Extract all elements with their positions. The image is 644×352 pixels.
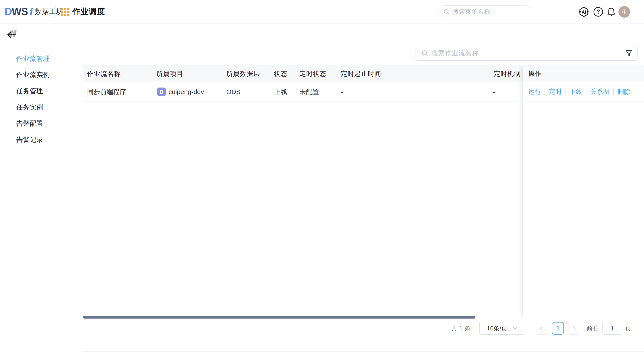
total-count-label: 共 1 条 — [451, 324, 471, 332]
logo-product-name: 数据工坊 — [34, 7, 64, 16]
menu-search-placeholder: 搜索菜单名称 — [453, 8, 490, 16]
goto-page-input[interactable]: 1 — [602, 322, 622, 334]
col-header-mechanism: 定时机制 — [494, 65, 521, 82]
project-cell: D cuipeng-dev — [157, 82, 204, 102]
workflow-search-input[interactable]: 搜索作业流名称 — [416, 46, 638, 60]
svg-text:AI: AI — [582, 10, 586, 15]
col-header-status: 状态 — [274, 65, 288, 82]
next-section-edge — [83, 351, 644, 352]
col-header-data-layer: 所属数据层 — [226, 65, 260, 82]
delete-action-link[interactable]: 删除 — [617, 87, 630, 96]
status-badge: 上线 — [274, 82, 287, 102]
project-name: cuipeng-dev — [168, 88, 204, 96]
action-separator — [545, 88, 545, 95]
menu-search-input[interactable]: 搜索菜单名称 — [438, 5, 532, 18]
search-icon — [444, 8, 450, 15]
mechanism-cell: - — [493, 82, 495, 102]
funnel-icon — [625, 49, 633, 57]
sidebar-item-workflow-management[interactable]: 作业流管理 — [16, 54, 50, 64]
action-separator — [586, 88, 586, 95]
row-actions: 运行 定时 下线 关系图 删除 — [523, 82, 644, 102]
header-divider — [55, 6, 56, 18]
data-layer-cell: ODS — [226, 82, 240, 102]
workflow-name-link[interactable]: 同步前端程序 — [87, 82, 126, 102]
col-header-workflow-name: 作业流名称 — [87, 65, 121, 82]
sidebar-item-alert-config[interactable]: 告警配置 — [16, 119, 43, 128]
offline-action-link[interactable]: 下线 — [570, 87, 582, 96]
page-unit-label: 页 — [625, 324, 632, 332]
help-button[interactable]: ? — [592, 6, 604, 18]
col-header-timer-range: 定时起止时间 — [341, 65, 381, 82]
question-circle-icon: ? — [593, 6, 604, 17]
back-arrow-icon — [5, 26, 19, 40]
col-header-project: 所属项目 — [156, 65, 184, 82]
goto-label: 前往 — [587, 324, 599, 332]
workflow-search-placeholder: 搜索作业流名称 — [432, 49, 625, 58]
col-header-timer-status: 定时状态 — [300, 65, 326, 82]
ai-assistant-button[interactable]: AI — [578, 6, 590, 18]
col-header-actions: 操作 — [523, 65, 644, 82]
ai-hexagon-icon: AI — [578, 6, 590, 18]
logo-letter-d: D — [5, 6, 12, 18]
action-separator — [566, 88, 566, 95]
run-action-link[interactable]: 运行 — [528, 87, 541, 96]
chevron-right-icon — [572, 326, 577, 331]
collapse-back-button[interactable] — [5, 26, 19, 40]
page-size-select[interactable]: 10条/页 — [480, 322, 525, 334]
notifications-button[interactable] — [606, 6, 617, 18]
chevron-left-icon — [539, 326, 544, 331]
project-badge: D — [157, 88, 166, 96]
search-icon — [421, 50, 428, 57]
bell-icon — [606, 6, 616, 17]
chevron-down-icon — [512, 326, 518, 331]
sidebar-item-workflow-instance[interactable]: 作业流实例 — [16, 70, 50, 80]
page-size-value: 10条/页 — [487, 324, 507, 332]
svg-text:?: ? — [596, 8, 600, 15]
logo-letter-i: i — [29, 6, 32, 17]
logo-letter-ws: WS — [12, 6, 28, 18]
timer-range-cell: - — [341, 82, 343, 102]
current-page-button[interactable]: 1 — [552, 322, 564, 334]
timer-status-cell: 未配置 — [300, 82, 319, 102]
brand-logo[interactable]: DWSi 数据工坊 — [5, 0, 64, 23]
sidebar-item-task-instance[interactable]: 任务实例 — [16, 103, 43, 112]
relation-graph-action-link[interactable]: 关系图 — [590, 87, 610, 96]
sidebar-item-task-management[interactable]: 任务管理 — [16, 86, 43, 96]
schedule-action-link[interactable]: 定时 — [549, 87, 562, 96]
page: DWSi 数据工坊 作业调度 搜索菜单名称 AI — [0, 0, 644, 352]
fixed-actions-column: 操作 运行 定时 下线 关系图 删除 — [523, 65, 644, 319]
page-title: 作业调度 — [72, 0, 105, 23]
action-separator — [613, 88, 614, 95]
next-page-button[interactable] — [568, 322, 580, 334]
app-grid-icon[interactable] — [61, 8, 69, 16]
prev-page-button[interactable] — [536, 322, 547, 334]
horizontal-scrollbar-thumb[interactable] — [83, 316, 476, 318]
filter-button[interactable] — [625, 49, 633, 57]
top-header: DWSi 数据工坊 作业调度 搜索菜单名称 AI — [0, 0, 644, 24]
user-avatar[interactable]: 租 — [618, 6, 630, 18]
pagination-bar: 共 1 条 10条/页 1 前往 1 页 — [83, 319, 644, 338]
sidebar-item-alert-records[interactable]: 告警记录 — [16, 135, 43, 144]
